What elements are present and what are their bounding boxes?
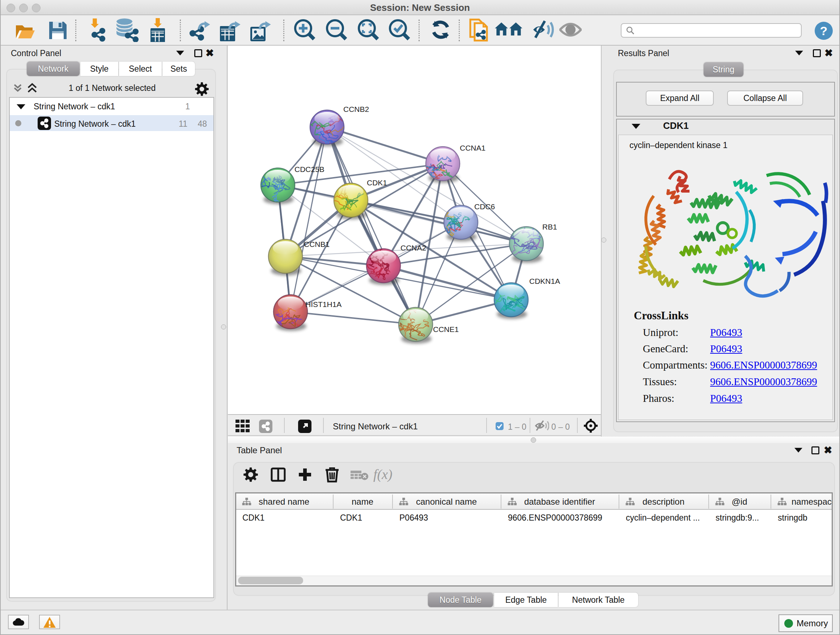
svg-text:CDKN1A: CDKN1A (529, 277, 560, 285)
svg-text:CCNB2: CCNB2 (343, 105, 369, 113)
svg-text:RB1: RB1 (542, 223, 557, 231)
svg-text:CDC6: CDC6 (474, 203, 495, 211)
svg-text:CDC25B: CDC25B (294, 165, 325, 173)
svg-text:CCNA1: CCNA1 (460, 144, 485, 152)
svg-text:CCNB1: CCNB1 (304, 240, 330, 249)
svg-text:CCNA2: CCNA2 (401, 244, 426, 252)
svg-text:CDK1: CDK1 (367, 179, 387, 187)
svg-text:HIST1H1A: HIST1H1A (305, 300, 341, 309)
svg-text:CCNE1: CCNE1 (433, 325, 459, 333)
